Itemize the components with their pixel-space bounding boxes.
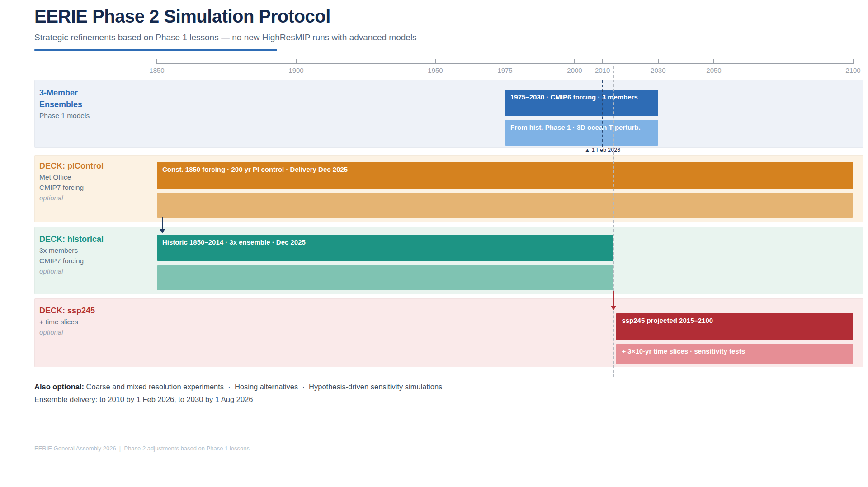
footnote-also-optional-text: Coarse and mixed resolution experiments … — [86, 383, 443, 391]
dashed-line-2014 — [613, 66, 614, 377]
row-optional-note-ssp245: optional — [39, 327, 95, 337]
row-header-ssp245: DECK: ssp245+ time slicesoptional — [39, 305, 95, 337]
bar-label: + 3×10-yr time slices · sensitivity test… — [616, 344, 853, 355]
bar-label: From hist. Phase 1 · 3D ocean T perturb. — [505, 120, 658, 131]
bar-label: ssp245 projected 2015–2100 — [616, 313, 853, 324]
row-box-ensembles — [34, 80, 863, 148]
axis-tick-label-1900: 1900 — [288, 66, 303, 74]
axis-tick-2010 — [602, 59, 603, 64]
axis-tick-label-2000: 2000 — [567, 66, 582, 74]
bar-label: 1975–2030 · CMIP6 forcing · 3 members — [505, 90, 658, 101]
bar-historical-1 — [157, 265, 613, 290]
row-title-historical: DECK: historical — [39, 233, 104, 245]
axis-tick-1950 — [435, 59, 436, 64]
row-subtitle-ssp245: + time slices — [39, 317, 95, 327]
arrow-head-historical — [160, 229, 165, 233]
bar-picontrol-1 — [157, 193, 853, 218]
axis-tick-label-1950: 1950 — [428, 66, 443, 74]
axis-tick-1850 — [156, 59, 157, 64]
row-title-ssp245: DECK: ssp245 — [39, 305, 95, 317]
row-optional-note-historical: optional — [39, 266, 104, 276]
footnote-also-optional: Also optional: Coarse and mixed resoluti… — [34, 383, 442, 391]
row-subtitle-picontrol: Met Office — [39, 172, 104, 182]
dashed-line-2010 — [602, 80, 603, 147]
arrow-head-ssp245 — [611, 306, 616, 310]
bar-historical-0: Historic 1850–2014 · 3x ensemble · Dec 2… — [157, 235, 613, 261]
page-footer: EERIE General Assembly 2026 | Phase 2 ad… — [34, 445, 250, 452]
footnote-delivery-note: Ensemble delivery: to 2010 by 1 Feb 2026… — [34, 395, 253, 404]
delivery-date-marker: ▲ 1 Feb 2026 — [585, 147, 620, 153]
axis-tick-1975 — [505, 59, 505, 64]
axis-tick-2050 — [713, 59, 714, 64]
footnote-also-optional-label: Also optional: — [34, 383, 84, 391]
axis-tick-label-2030: 2030 — [651, 66, 665, 74]
bar-ssp245-0: ssp245 projected 2015–2100 — [616, 313, 853, 340]
bar-ssp245-1: + 3×10-yr time slices · sensitivity test… — [616, 344, 853, 364]
bar-ensembles-0: 1975–2030 · CMIP6 forcing · 3 members — [505, 90, 658, 116]
row-subtitle-historical: 3x members — [39, 245, 104, 255]
row-subtitle-picontrol: CMIP7 forcing — [39, 182, 104, 193]
arrow-historical-to-ssp245 — [613, 291, 614, 306]
page: EERIE Phase 2 Simulation Protocol Strate… — [0, 0, 868, 487]
timeline-chart: 3-MemberEnsemblesPhase 1 models1975–2030… — [0, 0, 868, 487]
axis-line — [157, 63, 854, 64]
axis-tick-label-2050: 2050 — [706, 66, 721, 74]
bar-ensembles-1: From hist. Phase 1 · 3D ocean T perturb. — [505, 120, 658, 146]
axis-tick-2030 — [658, 59, 659, 64]
bar-picontrol-0: Const. 1850 forcing · 200 yr PI control … — [157, 162, 853, 189]
bar-label: Historic 1850–2014 · 3x ensemble · Dec 2… — [157, 235, 613, 246]
row-title-picontrol: DECK: piControl — [39, 160, 104, 172]
axis-tick-2100 — [853, 59, 854, 64]
axis-tick-2000 — [574, 59, 575, 64]
row-header-historical: DECK: historical3x membersCMIP7 forcingo… — [39, 233, 104, 276]
axis-tick-label-1975: 1975 — [497, 66, 512, 74]
row-subtitle-ensembles: Phase 1 models — [39, 110, 90, 121]
row-header-ensembles: 3-MemberEnsemblesPhase 1 models — [39, 87, 90, 121]
arrow-picontrol-to-historical — [162, 217, 163, 229]
axis-tick-1900 — [296, 59, 297, 64]
axis-tick-label-2010: 2010 — [595, 66, 610, 74]
axis-tick-label-1850: 1850 — [149, 66, 164, 74]
axis-tick-label-2100: 2100 — [845, 66, 860, 74]
row-title-ensembles: 3-Member — [39, 87, 90, 99]
row-optional-note-picontrol: optional — [39, 193, 104, 203]
bar-label: Const. 1850 forcing · 200 yr PI control … — [157, 162, 853, 173]
row-header-picontrol: DECK: piControlMet OfficeCMIP7 forcingop… — [39, 160, 104, 203]
row-subtitle-historical: CMIP7 forcing — [39, 255, 104, 266]
row-title-ensembles: Ensembles — [39, 99, 90, 110]
